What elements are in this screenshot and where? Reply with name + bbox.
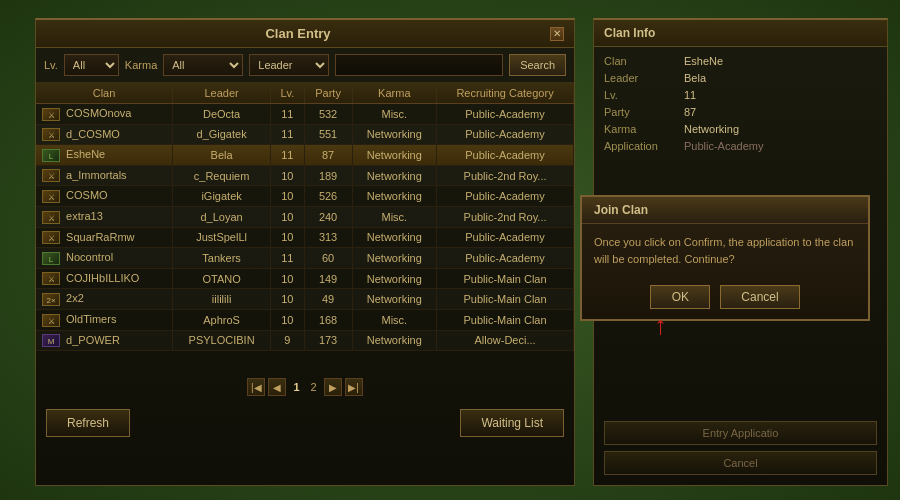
leader-cell: d_Loyan bbox=[173, 206, 271, 227]
cancel-info-button[interactable]: Cancel bbox=[604, 451, 877, 475]
clan-name: COSMOnova bbox=[66, 107, 131, 119]
karma-cell: Networking bbox=[352, 186, 436, 207]
clan-name-cell: L EsheNe bbox=[36, 145, 173, 166]
clan-name: 2x2 bbox=[66, 292, 84, 304]
lv-cell: 10 bbox=[271, 268, 304, 289]
table-row[interactable]: L Nocontrol Tankers 11 60 Networking Pub… bbox=[36, 248, 574, 269]
party-cell: 168 bbox=[304, 309, 352, 330]
col-karma: Karma bbox=[352, 83, 436, 104]
party-cell: 87 bbox=[304, 145, 352, 166]
search-button[interactable]: Search bbox=[509, 54, 566, 76]
lv-cell: 10 bbox=[271, 206, 304, 227]
modal-title: Join Clan bbox=[582, 197, 868, 224]
table-row[interactable]: ⚔ a_Immortals c_Requiem 10 189 Networkin… bbox=[36, 165, 574, 186]
clan-name-cell: ⚔ SquarRaRmw bbox=[36, 227, 173, 248]
table-row[interactable]: ⚔ SquarRaRmw JustSpelLl 10 313 Networkin… bbox=[36, 227, 574, 248]
table-row[interactable]: ⚔ COSMO iGigatek 10 526 Networking Publi… bbox=[36, 186, 574, 207]
clan-key: Clan bbox=[604, 55, 684, 67]
lv-cell: 9 bbox=[271, 330, 304, 351]
party-cell: 240 bbox=[304, 206, 352, 227]
lv-info-key: Lv. bbox=[604, 89, 684, 101]
lv-cell: 10 bbox=[271, 289, 304, 310]
application-key: Application bbox=[604, 140, 684, 152]
leader-select[interactable]: Leader bbox=[249, 54, 329, 76]
clan-name: EsheNe bbox=[66, 148, 105, 160]
clan-icon: 2× bbox=[42, 293, 60, 306]
clan-icon: ⚔ bbox=[42, 231, 60, 244]
page-next-btn[interactable]: ▶ bbox=[324, 378, 342, 396]
karma-cell: Networking bbox=[352, 289, 436, 310]
modal-body: Once you click on Confirm, the applicati… bbox=[582, 224, 868, 277]
clan-name-cell: ⚔ d_COSMO bbox=[36, 124, 173, 145]
clan-table: Clan Leader Lv. Party Karma Recruiting C… bbox=[36, 83, 574, 351]
info-leader-row: Leader Bela bbox=[604, 72, 877, 84]
clan-icon: ⚔ bbox=[42, 190, 60, 203]
leader-cell: iGigatek bbox=[173, 186, 271, 207]
party-cell: 173 bbox=[304, 330, 352, 351]
page-first-btn[interactable]: |◀ bbox=[247, 378, 265, 396]
karma-cell: Networking bbox=[352, 248, 436, 269]
table-row[interactable]: ⚔ d_COSMO d_Gigatek 11 551 Networking Pu… bbox=[36, 124, 574, 145]
recruiting-cell: Public-2nd Roy... bbox=[437, 206, 574, 227]
dialog-title-bar: Clan Entry ✕ bbox=[36, 20, 574, 48]
table-row[interactable]: L EsheNe Bela 11 87 Networking Public-Ac… bbox=[36, 145, 574, 166]
pagination-row: |◀ ◀ 1 2 ▶ ▶| bbox=[36, 373, 574, 401]
waiting-list-button[interactable]: Waiting List bbox=[460, 409, 564, 437]
page-last-btn[interactable]: ▶| bbox=[345, 378, 363, 396]
karma-select[interactable]: All bbox=[163, 54, 243, 76]
recruiting-cell: Public-Academy bbox=[437, 124, 574, 145]
page-prev-btn[interactable]: ◀ bbox=[268, 378, 286, 396]
modal-cancel-button[interactable]: Cancel bbox=[720, 285, 799, 309]
entry-application-button[interactable]: Entry Applicatio bbox=[604, 421, 877, 445]
dialog-title: Clan Entry bbox=[46, 26, 550, 41]
party-cell: 189 bbox=[304, 165, 352, 186]
leader-cell: DeOcta bbox=[173, 104, 271, 125]
party-cell: 551 bbox=[304, 124, 352, 145]
clan-icon: ⚔ bbox=[42, 272, 60, 285]
lv-info-value: 11 bbox=[684, 89, 877, 101]
recruiting-cell: Public-Academy bbox=[437, 186, 574, 207]
lv-label: Lv. bbox=[44, 59, 58, 71]
close-button[interactable]: ✕ bbox=[550, 27, 564, 41]
clan-name: COJIHbILLIKO bbox=[66, 272, 139, 284]
leader-cell: Tankers bbox=[173, 248, 271, 269]
lv-select[interactable]: All bbox=[64, 54, 119, 76]
table-row[interactable]: ⚔ extra13 d_Loyan 10 240 Misc. Public-2n… bbox=[36, 206, 574, 227]
bottom-buttons: Refresh Waiting List bbox=[36, 401, 574, 445]
page-2[interactable]: 2 bbox=[307, 381, 321, 393]
party-cell: 532 bbox=[304, 104, 352, 125]
lv-cell: 10 bbox=[271, 309, 304, 330]
clan-icon: ⚔ bbox=[42, 211, 60, 224]
karma-cell: Misc. bbox=[352, 309, 436, 330]
table-row[interactable]: M d_POWER PSYLOCIBIN 9 173 Networking Al… bbox=[36, 330, 574, 351]
col-recruiting: Recruiting Category bbox=[437, 83, 574, 104]
clan-name: COSMO bbox=[66, 189, 108, 201]
leader-cell: iililili bbox=[173, 289, 271, 310]
clan-name: d_COSMO bbox=[66, 128, 120, 140]
info-karma-row: Karma Networking bbox=[604, 123, 877, 135]
search-input[interactable] bbox=[335, 54, 503, 76]
table-row[interactable]: 2× 2x2 iililili 10 49 Networking Public-… bbox=[36, 289, 574, 310]
table-row[interactable]: ⚔ OldTimers AphroS 10 168 Misc. Public-M… bbox=[36, 309, 574, 330]
party-cell: 60 bbox=[304, 248, 352, 269]
karma-cell: Networking bbox=[352, 145, 436, 166]
clan-icon: ⚔ bbox=[42, 108, 60, 121]
karma-cell: Misc. bbox=[352, 104, 436, 125]
recruiting-cell: Public-2nd Roy... bbox=[437, 165, 574, 186]
modal-ok-button[interactable]: OK bbox=[650, 285, 710, 309]
application-value: Public-Academy bbox=[684, 140, 877, 152]
table-row[interactable]: ⚔ COSMOnova DeOcta 11 532 Misc. Public-A… bbox=[36, 104, 574, 125]
lv-cell: 10 bbox=[271, 227, 304, 248]
clan-name: extra13 bbox=[66, 210, 103, 222]
party-key: Party bbox=[604, 106, 684, 118]
leader-cell: AphroS bbox=[173, 309, 271, 330]
refresh-button[interactable]: Refresh bbox=[46, 409, 130, 437]
modal-buttons: OK Cancel bbox=[582, 277, 868, 319]
lv-cell: 10 bbox=[271, 186, 304, 207]
info-application-row: Application Public-Academy bbox=[604, 140, 877, 152]
recruiting-cell: Public-Academy bbox=[437, 145, 574, 166]
table-row[interactable]: ⚔ COJIHbILLIKO OTANO 10 149 Networking P… bbox=[36, 268, 574, 289]
party-cell: 313 bbox=[304, 227, 352, 248]
party-cell: 49 bbox=[304, 289, 352, 310]
page-1[interactable]: 1 bbox=[289, 381, 303, 393]
